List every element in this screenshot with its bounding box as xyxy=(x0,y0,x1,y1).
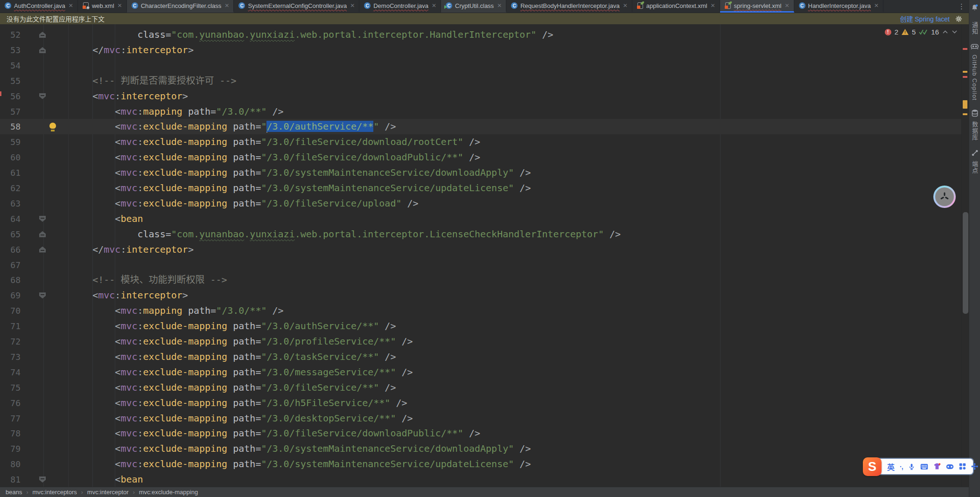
tab-web.xml[interactable]: web.xml✕ xyxy=(78,0,127,13)
editor-scrollbar[interactable] xyxy=(961,24,969,487)
tool-window-数据库[interactable]: 数据库 xyxy=(970,109,979,141)
more-tabs-icon[interactable]: ⋮ xyxy=(958,2,965,11)
line-number: 56 xyxy=(0,89,21,104)
tab-applicationContext.xml[interactable]: applicationContext.xml✕ xyxy=(632,0,720,13)
intention-bulb-icon[interactable] xyxy=(49,123,56,129)
fold-marker-icon[interactable] xyxy=(39,216,46,222)
tab-AuthController.java[interactable]: CAuthController.java✕ xyxy=(0,0,78,13)
tab-CryptUtil.class[interactable]: CCryptUtil.class✕ xyxy=(441,0,506,13)
line-number: 65 xyxy=(0,227,21,242)
fold-marker-icon[interactable] xyxy=(39,47,46,53)
code-text: <bean xyxy=(70,211,143,227)
tab-CharacterEncodingFilter.class[interactable]: CCharacterEncodingFilter.class✕ xyxy=(127,0,234,13)
ime-toolbar[interactable]: S 英 ·, xyxy=(865,459,973,474)
tab-SystemExternalConfigController.java[interactable]: CSystemExternalConfigController.java✕ xyxy=(234,0,359,13)
ime-punctuation-icon[interactable]: ·, xyxy=(900,463,903,470)
tool-window-label: 数据库 xyxy=(970,121,979,141)
tab-label: applicationContext.xml xyxy=(646,2,707,9)
keyboard-icon[interactable] xyxy=(920,463,928,470)
code-line-64: 64 <bean xyxy=(0,211,961,227)
tab-close-icon[interactable]: ✕ xyxy=(711,2,715,9)
skin-icon[interactable] xyxy=(933,463,941,470)
fold-marker-icon[interactable] xyxy=(39,476,46,483)
fold-marker-icon[interactable] xyxy=(39,93,46,99)
code-text: <mvc:exclude-mapping path="/3.0/fileServ… xyxy=(70,426,480,441)
code-text: <mvc:exclude-mapping path="/3.0/taskServ… xyxy=(70,349,396,365)
error-stripe-mark[interactable] xyxy=(963,100,967,109)
fold-marker-icon[interactable] xyxy=(39,32,46,38)
notifications-bell-icon[interactable] xyxy=(971,4,979,14)
settings-icon[interactable] xyxy=(971,463,978,470)
breadcrumb-item[interactable]: mvc:interceptors xyxy=(32,489,77,496)
tab-close-icon[interactable]: ✕ xyxy=(623,2,628,9)
code-line-75: 75 <mvc:exclude-mapping path="/3.0/fileS… xyxy=(0,380,961,395)
fold-marker-icon[interactable] xyxy=(39,231,46,237)
fold-marker-icon[interactable] xyxy=(39,292,46,298)
breadcrumb-item[interactable]: mvc:exclude-mapping xyxy=(139,489,198,496)
code-text: <mvc:exclude-mapping path="/3.0/h5FileSe… xyxy=(70,395,407,411)
tab-close-icon[interactable]: ✕ xyxy=(784,2,789,9)
breadcrumb-separator-icon: › xyxy=(26,489,28,496)
tab-DemoController.java[interactable]: CDemoController.java✕ xyxy=(359,0,441,13)
apps-grid-icon[interactable] xyxy=(959,463,966,470)
code-line-76: 76 <mvc:exclude-mapping path="/3.0/h5Fil… xyxy=(0,395,961,411)
tab-label: DemoController.java xyxy=(373,2,428,9)
ime-english-mode[interactable]: 英 xyxy=(887,461,895,472)
scrollbar-thumb[interactable] xyxy=(963,212,968,314)
tab-close-icon[interactable]: ✕ xyxy=(497,2,502,9)
spring-xml-icon xyxy=(724,2,732,9)
microphone-icon[interactable] xyxy=(908,463,915,470)
banner-gear-icon[interactable] xyxy=(955,15,962,22)
tab-close-icon[interactable]: ✕ xyxy=(118,2,122,9)
java-class-icon: C xyxy=(511,2,518,9)
error-count: 2 xyxy=(895,28,898,36)
line-number: 55 xyxy=(0,73,21,89)
tab-spring-servlet.xml[interactable]: spring-servlet.xml✕ xyxy=(720,0,794,13)
tool-window-notifications[interactable]: 通知 xyxy=(970,22,979,35)
tab-close-icon[interactable]: ✕ xyxy=(69,2,73,9)
code-line-73: 73 <mvc:exclude-mapping path="/3.0/taskS… xyxy=(0,349,961,365)
code-line-59: 59 <mvc:exclude-mapping path="/3.0/fileS… xyxy=(0,134,961,150)
code-text: class="com.yunanbao.yunxiazi.web.portal.… xyxy=(70,27,553,42)
fold-marker-icon[interactable] xyxy=(39,247,46,253)
code-line-61: 61 <mvc:exclude-mapping path="/3.0/syste… xyxy=(0,165,961,180)
code-line-80: 80 <mvc:exclude-mapping path="/3.0/syste… xyxy=(0,456,961,472)
tab-close-icon[interactable]: ✕ xyxy=(874,2,879,9)
sogou-logo-icon[interactable]: S xyxy=(863,457,882,476)
error-stripe-mark[interactable] xyxy=(963,76,967,78)
prev-problem-icon[interactable] xyxy=(942,30,948,34)
code-text: <mvc:exclude-mapping path="/3.0/systemMa… xyxy=(70,456,531,472)
code-line-68: 68 <!-- 模块、功能判断权限 --> xyxy=(0,272,961,288)
tab-HandlerInterceptor.java[interactable]: CHandlerInterceptor.java✕ xyxy=(794,0,883,13)
error-stripe-mark[interactable] xyxy=(963,113,967,115)
banner-message: 没有为此文件配置应用程序上下文 xyxy=(7,14,105,23)
gamepad-icon[interactable] xyxy=(946,464,954,469)
warning-count: 5 xyxy=(912,28,916,36)
inspection-widget[interactable]: ! 2 5 16 xyxy=(885,28,958,36)
line-number: 71 xyxy=(0,318,21,334)
java-class-icon: C xyxy=(4,2,12,9)
breadcrumb-item[interactable]: beans xyxy=(6,489,22,496)
line-number: 61 xyxy=(0,165,21,180)
ai-assistant-fab[interactable] xyxy=(933,186,956,208)
tab-RequestBodyHandlerInterceptor.java[interactable]: CRequestBodyHandlerInterceptor.java✕ xyxy=(506,0,632,13)
editor[interactable]: 52 class="com.yunanbao.yunxiazi.web.port… xyxy=(0,24,961,487)
line-number: 77 xyxy=(0,411,21,426)
tool-window-GitHub Copilot[interactable]: GitHub Copilot xyxy=(971,43,979,101)
code-line-63: 63 <mvc:exclude-mapping path="/3.0/fileS… xyxy=(0,196,961,211)
tab-label: HandlerInterceptor.java xyxy=(808,2,871,9)
code-line-77: 77 <mvc:exclude-mapping path="/3.0/deskt… xyxy=(0,411,961,426)
tab-close-icon[interactable]: ✕ xyxy=(350,2,355,9)
line-number: 74 xyxy=(0,365,21,380)
tool-window-端点[interactable]: 端点 xyxy=(970,149,979,174)
line-number: 57 xyxy=(0,104,21,119)
tab-close-icon[interactable]: ✕ xyxy=(224,2,229,9)
breadcrumb-separator-icon: › xyxy=(133,489,135,496)
tab-close-icon[interactable]: ✕ xyxy=(432,2,436,9)
error-stripe-mark[interactable] xyxy=(963,71,967,73)
create-spring-facet-link[interactable]: 创建 Spring facet xyxy=(900,14,950,23)
next-problem-icon[interactable] xyxy=(952,30,958,34)
typo-check-icon xyxy=(919,29,928,35)
breadcrumb-item[interactable]: mvc:interceptor xyxy=(87,489,129,496)
error-stripe-mark[interactable] xyxy=(963,48,967,50)
